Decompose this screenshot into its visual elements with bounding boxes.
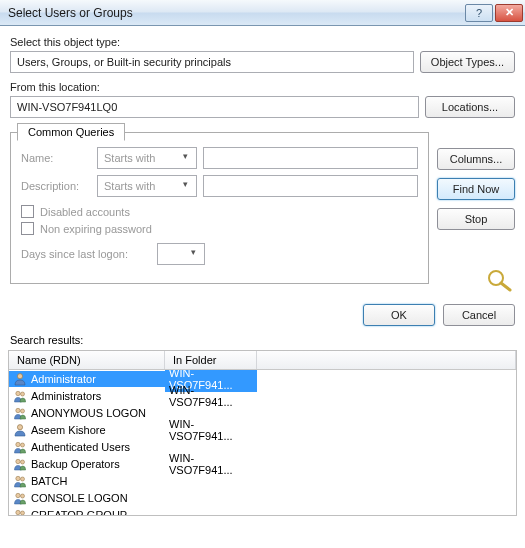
group-icon xyxy=(13,491,27,505)
group-icon xyxy=(13,440,27,454)
group-icon xyxy=(13,508,27,516)
cell-folder: WIN-VSO7F941... xyxy=(165,383,257,409)
user-icon xyxy=(13,372,27,386)
help-button[interactable]: ? xyxy=(465,4,493,22)
description-input[interactable] xyxy=(203,175,418,197)
cell-name: CREATOR GROUP xyxy=(9,507,165,516)
table-row[interactable]: Backup OperatorsWIN-VSO7F941... xyxy=(9,455,516,472)
disabled-accounts-label: Disabled accounts xyxy=(40,206,130,218)
search-results-label: Search results: xyxy=(0,332,525,348)
cell-name: BATCH xyxy=(9,473,165,489)
group-icon xyxy=(13,457,27,471)
cell-folder xyxy=(165,480,257,482)
table-row[interactable]: BATCH xyxy=(9,472,516,489)
table-header: Name (RDN) In Folder xyxy=(9,351,516,370)
description-mode-value: Starts with xyxy=(104,180,155,192)
table-row[interactable]: Authenticated Users xyxy=(9,438,516,455)
cell-name: Aseem Kishore xyxy=(9,422,165,438)
name-label: Name: xyxy=(21,152,91,164)
location-label: From this location: xyxy=(10,81,515,93)
name-mode-value: Starts with xyxy=(104,152,155,164)
group-icon xyxy=(13,474,27,488)
non-expiring-label: Non expiring password xyxy=(40,223,152,235)
svg-line-1 xyxy=(501,283,510,290)
ok-button[interactable]: OK xyxy=(363,304,435,326)
col-spacer xyxy=(257,351,516,369)
cell-folder xyxy=(165,514,257,516)
cell-folder: WIN-VSO7F941... xyxy=(165,451,257,477)
cell-name: CONSOLE LOGON xyxy=(9,490,165,506)
disabled-accounts-checkbox[interactable] xyxy=(21,205,34,218)
days-since-logon-dropdown[interactable]: ▾ xyxy=(157,243,205,265)
cell-name: Administrator xyxy=(9,371,165,387)
chevron-down-icon: ▾ xyxy=(186,247,200,261)
non-expiring-checkbox[interactable] xyxy=(21,222,34,235)
group-icon xyxy=(13,406,27,420)
search-icon xyxy=(483,268,515,292)
locations-button[interactable]: Locations... xyxy=(425,96,515,118)
chevron-down-icon: ▾ xyxy=(178,179,192,193)
user-icon xyxy=(13,423,27,437)
cell-name: Backup Operators xyxy=(9,456,165,472)
chevron-down-icon: ▾ xyxy=(178,151,192,165)
tab-common-queries[interactable]: Common Queries xyxy=(17,123,125,141)
cell-name: ANONYMOUS LOGON xyxy=(9,405,165,421)
table-row[interactable]: AdministratorsWIN-VSO7F941... xyxy=(9,387,516,404)
table-body[interactable]: AdministratorWIN-VSO7F941...Administrato… xyxy=(9,370,516,515)
table-row[interactable]: Aseem KishoreWIN-VSO7F941... xyxy=(9,421,516,438)
results-table: Name (RDN) In Folder AdministratorWIN-VS… xyxy=(8,350,517,516)
stop-button[interactable]: Stop xyxy=(437,208,515,230)
find-now-button[interactable]: Find Now xyxy=(437,178,515,200)
name-mode-dropdown[interactable]: Starts with ▾ xyxy=(97,147,197,169)
cell-folder: WIN-VSO7F941... xyxy=(165,417,257,443)
cell-name: Administrators xyxy=(9,388,165,404)
cancel-button[interactable]: Cancel xyxy=(443,304,515,326)
object-types-button[interactable]: Object Types... xyxy=(420,51,515,73)
window-title: Select Users or Groups xyxy=(8,6,463,20)
cell-name: Authenticated Users xyxy=(9,439,165,455)
cell-folder xyxy=(165,412,257,414)
col-folder[interactable]: In Folder xyxy=(165,351,257,369)
description-label: Description: xyxy=(21,180,91,192)
table-row[interactable]: ANONYMOUS LOGON xyxy=(9,404,516,421)
columns-button[interactable]: Columns... xyxy=(437,148,515,170)
table-row[interactable]: AdministratorWIN-VSO7F941... xyxy=(9,370,516,387)
cell-folder xyxy=(165,497,257,499)
name-input[interactable] xyxy=(203,147,418,169)
location-field[interactable] xyxy=(10,96,419,118)
object-type-field[interactable] xyxy=(10,51,414,73)
description-mode-dropdown[interactable]: Starts with ▾ xyxy=(97,175,197,197)
titlebar: Select Users or Groups ? ✕ xyxy=(0,0,525,26)
close-button[interactable]: ✕ xyxy=(495,4,523,22)
object-type-label: Select this object type: xyxy=(10,36,515,48)
table-row[interactable]: CREATOR GROUP xyxy=(9,506,516,515)
col-name[interactable]: Name (RDN) xyxy=(9,351,165,369)
cell-folder xyxy=(165,446,257,448)
group-icon xyxy=(13,389,27,403)
table-row[interactable]: CONSOLE LOGON xyxy=(9,489,516,506)
days-since-logon-label: Days since last logon: xyxy=(21,248,151,260)
